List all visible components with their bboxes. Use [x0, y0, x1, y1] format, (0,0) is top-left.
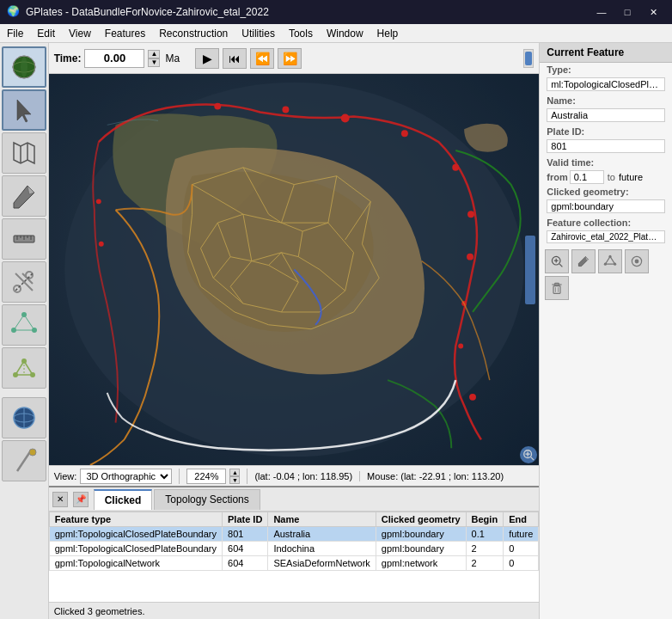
menu-item-tools[interactable]: Tools: [282, 24, 320, 42]
network-tool-button[interactable]: [2, 347, 46, 389]
topology-tool-button[interactable]: [2, 304, 46, 346]
table-row[interactable]: gpml:TopologicalClosedPlateBoundary604In…: [49, 542, 539, 556]
play-button[interactable]: ▶: [195, 48, 219, 69]
menu-item-window[interactable]: Window: [320, 24, 370, 42]
view-label: View:: [54, 471, 77, 481]
time-up-button[interactable]: ▲: [148, 50, 160, 58]
valid-time-row: from to future: [540, 169, 672, 185]
time-spinner: ▲ ▼: [148, 50, 160, 67]
svg-point-30: [29, 449, 36, 456]
table-row[interactable]: gpml:TopologicalClosedPlateBoundary801Au…: [49, 527, 539, 542]
svg-point-17: [32, 328, 37, 333]
mouse-pos-section: Mouse: (lat: -22.91 ; lon: 113.20): [367, 471, 504, 481]
menu-item-help[interactable]: Help: [370, 24, 406, 42]
menu-item-utilities[interactable]: Utilities: [235, 24, 282, 42]
svg-point-88: [467, 254, 473, 260]
svg-point-93: [98, 242, 103, 247]
ruler-tool-button[interactable]: [2, 218, 46, 260]
name-value: Australia: [547, 108, 665, 122]
clip-tool-button[interactable]: [2, 261, 46, 303]
svg-point-87: [467, 211, 474, 218]
menu-item-file[interactable]: File: [0, 24, 30, 42]
view-select[interactable]: 3D Orthographic 3D Globe 2D Map: [80, 469, 172, 484]
col-end: End: [504, 512, 539, 527]
zoom-up-button[interactable]: ▲: [229, 469, 240, 476]
time-unit: Ma: [165, 52, 180, 64]
time-input[interactable]: [84, 49, 144, 68]
valid-time-label: Valid time:: [547, 157, 594, 168]
svg-line-99: [559, 264, 562, 267]
delete-feature-button[interactable]: [545, 276, 569, 300]
svg-point-18: [11, 328, 16, 333]
pointer-tool-button[interactable]: [2, 440, 46, 481]
svg-point-82: [214, 103, 221, 110]
menu-item-edit[interactable]: Edit: [30, 24, 62, 42]
svg-point-16: [21, 312, 27, 317]
svg-point-85: [401, 130, 408, 137]
close-button[interactable]: ✕: [641, 3, 665, 21]
menu-item-reconstruction[interactable]: Reconstruction: [152, 24, 235, 42]
left-toolbar: [0, 43, 49, 619]
clicked-geom-field: Clicked geometry:: [540, 185, 672, 199]
tab-clicked[interactable]: Clicked: [94, 489, 153, 510]
maximize-button[interactable]: □: [615, 3, 639, 21]
svg-point-86: [452, 164, 459, 171]
feature-coll-value: Zahirovic_etal_2022_Plate_Boundar: [547, 230, 665, 243]
small-globe-tool-button[interactable]: [2, 397, 46, 438]
svg-point-84: [340, 113, 349, 122]
time-down-button[interactable]: ▼: [148, 58, 160, 67]
type-value: ml:TopologicalClosedPlateBoundary: [547, 77, 665, 91]
feature-action-buttons: [540, 246, 672, 303]
table-row[interactable]: gpml:TopologicalNetwork604SEAsiaDeformNe…: [49, 556, 539, 571]
view-section: View: 3D Orthographic 3D Globe 2D Map: [54, 469, 180, 484]
assign-plate-button[interactable]: [625, 249, 649, 273]
map-tool-button[interactable]: [2, 132, 46, 174]
svg-rect-108: [553, 286, 560, 294]
svg-point-90: [458, 344, 463, 349]
panel-pin-button[interactable]: 📌: [73, 492, 89, 507]
svg-line-29: [17, 450, 31, 471]
step-back-button[interactable]: ⏪: [250, 48, 274, 69]
svg-line-22: [15, 361, 24, 375]
menubar: FileEditViewFeaturesReconstructionUtilit…: [0, 24, 672, 43]
svg-point-105: [604, 263, 607, 266]
zoom-down-button[interactable]: ▼: [229, 476, 240, 484]
minimize-button[interactable]: —: [590, 3, 614, 21]
query-feature-button[interactable]: [598, 249, 622, 273]
feature-coll-label: Feature collection:: [547, 218, 631, 228]
edit-tool-button[interactable]: [2, 175, 46, 217]
map-viewport[interactable]: [49, 74, 540, 465]
col-begin: Begin: [466, 512, 504, 527]
valid-time-field: Valid time:: [540, 156, 672, 169]
zoom-slider[interactable]: [525, 236, 535, 304]
clicked-geom-value: gpml:boundary: [547, 199, 665, 213]
window-controls: — □ ✕: [590, 3, 665, 21]
globe-tool-button[interactable]: [2, 46, 46, 88]
zoom-to-feature-button[interactable]: [545, 249, 569, 273]
go-to-start-button[interactable]: ⏮: [223, 48, 247, 69]
current-feature-title: Current Feature: [540, 43, 672, 63]
col-feature-type: Feature type: [49, 512, 222, 527]
menu-item-features[interactable]: Features: [98, 24, 152, 42]
svg-point-83: [282, 107, 289, 113]
edit-feature-button[interactable]: [571, 249, 596, 273]
svg-line-95: [531, 457, 535, 461]
step-forward-button[interactable]: ⏩: [278, 48, 302, 69]
latlon-section: (lat: -0.04 ; lon: 118.95): [254, 471, 360, 481]
from-label: from: [547, 172, 567, 182]
mouse-pos: (lat: -22.91 ; lon: 113.20): [400, 471, 504, 481]
menu-item-view[interactable]: View: [62, 24, 98, 42]
name-label: Name:: [547, 95, 576, 106]
zoom-input[interactable]: [186, 469, 226, 484]
latlon-display: (lat: -0.04 ; lon: 118.95): [254, 471, 352, 481]
from-value[interactable]: [570, 170, 604, 184]
map-svg: [49, 74, 540, 465]
table-area: Feature type Plate ID Name Clicked geome…: [49, 512, 540, 602]
panel-close-button[interactable]: ✕: [52, 492, 68, 507]
to-value: future: [619, 172, 643, 182]
col-clicked-geometry: Clicked geometry: [376, 512, 466, 527]
map-vscroll[interactable]: [523, 49, 534, 68]
titlebar: 🌍 GPlates - DataBundleForNovice-Zahirovi…: [0, 0, 672, 24]
arrow-tool-button[interactable]: [2, 89, 46, 131]
tab-topology-sections[interactable]: Topology Sections: [154, 489, 260, 510]
